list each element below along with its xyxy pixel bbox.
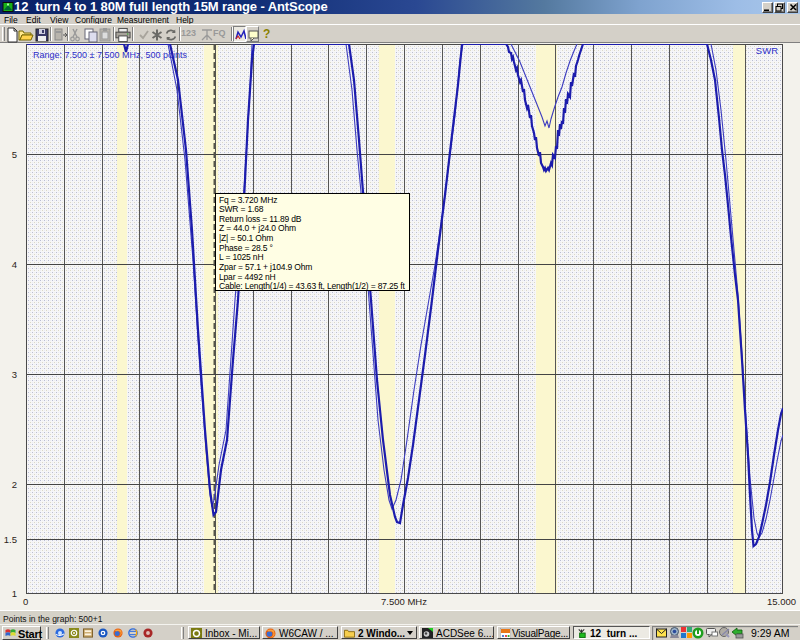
svg-text:1: 1 (12, 588, 17, 599)
svg-text:3: 3 (12, 369, 17, 380)
svg-text:Range: 7.500 ± 7.500 MHz, 500: Range: 7.500 ± 7.500 MHz, 500 points (33, 50, 188, 60)
svg-text:7.500 MHz: 7.500 MHz (381, 596, 427, 607)
svg-text:2: 2 (12, 479, 17, 490)
svg-text:SWR: SWR (756, 45, 778, 56)
svg-text:15.000: 15.000 (767, 596, 796, 607)
svg-text:1.5: 1.5 (4, 534, 17, 545)
svg-text:0: 0 (23, 596, 28, 607)
svg-text:4: 4 (12, 259, 17, 270)
svg-text:5: 5 (12, 149, 17, 160)
